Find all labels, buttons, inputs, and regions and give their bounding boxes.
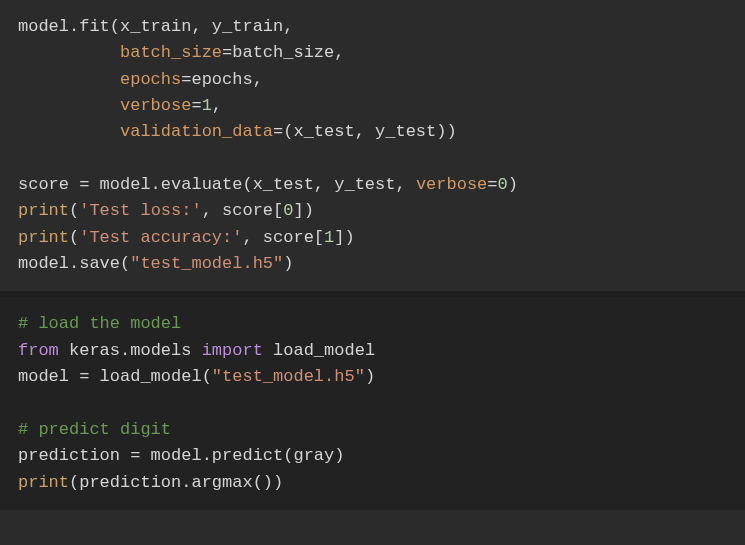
code-line: epochs	[18, 70, 181, 89]
code-line: model.save(	[18, 254, 130, 273]
code-line: verbose	[18, 96, 191, 115]
code-line: keras.models	[59, 341, 202, 360]
code-string: 'Test loss:'	[79, 201, 201, 220]
code-line: , score[	[242, 228, 324, 247]
code-line: (	[69, 228, 79, 247]
code-line: validation_data	[18, 122, 273, 141]
code-line: ])	[293, 201, 313, 220]
code-line: (	[69, 201, 79, 220]
code-func: print	[18, 473, 69, 492]
code-line: )	[283, 254, 293, 273]
code-line: (prediction.argmax())	[69, 473, 283, 492]
code-string: "test_model.h5"	[212, 367, 365, 386]
code-number: 0	[283, 201, 293, 220]
code-line: =	[487, 175, 497, 194]
code-number: 0	[498, 175, 508, 194]
code-line: prediction = model.predict(gray)	[18, 446, 344, 465]
code-line: ])	[334, 228, 354, 247]
code-line: )	[365, 367, 375, 386]
code-comment: # load the model	[18, 314, 181, 333]
code-func: print	[18, 201, 69, 220]
code-line: , score[	[202, 201, 284, 220]
code-line: )	[508, 175, 518, 194]
code-line: ,	[212, 96, 222, 115]
code-func: print	[18, 228, 69, 247]
code-string: 'Test accuracy:'	[79, 228, 242, 247]
code-line: model.fit(x_train, y_train,	[18, 17, 293, 36]
code-line: model = load_model(	[18, 367, 212, 386]
code-block-2: # load the model from keras.models impor…	[0, 297, 745, 509]
code-content-1: model.fit(x_train, y_train, batch_size=b…	[18, 14, 727, 277]
code-line: load_model	[263, 341, 375, 360]
code-line: =(x_test, y_test))	[273, 122, 457, 141]
code-line: =batch_size,	[222, 43, 344, 62]
code-number: 1	[324, 228, 334, 247]
code-keyword: from	[18, 341, 59, 360]
code-line: =epochs,	[181, 70, 263, 89]
code-keyword: import	[202, 341, 263, 360]
code-string: "test_model.h5"	[130, 254, 283, 273]
code-line: score = model.evaluate(x_test, y_test,	[18, 175, 416, 194]
code-content-2: # load the model from keras.models impor…	[18, 311, 727, 495]
code-line: =	[191, 96, 201, 115]
code-param: verbose	[416, 175, 487, 194]
code-block-1: model.fit(x_train, y_train, batch_size=b…	[0, 0, 745, 291]
code-comment: # predict digit	[18, 420, 171, 439]
code-line: batch_size	[18, 43, 222, 62]
code-number: 1	[202, 96, 212, 115]
